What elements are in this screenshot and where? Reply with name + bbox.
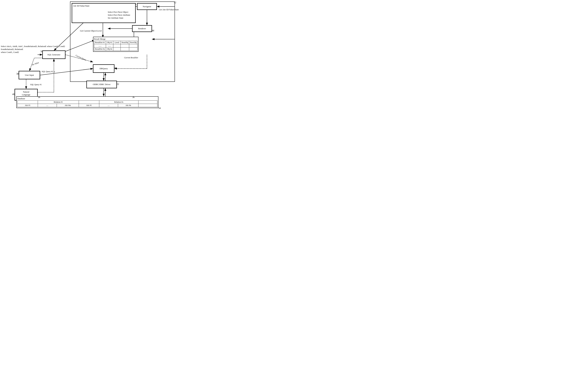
sql-generator-label: SQL Generator bbox=[47, 53, 60, 56]
resultsety-cell: ResultSet #y bbox=[94, 48, 106, 51]
odbc-jdbc-box: ODBC/JDBC Driver bbox=[86, 81, 117, 88]
attr1-right-cell: Attr #1 bbox=[79, 104, 99, 107]
dbquery-label: DBQuery bbox=[100, 67, 108, 70]
prevobj-cell: PrevObj bbox=[129, 41, 138, 44]
user-input-ref: 38 bbox=[16, 73, 19, 75]
user-input-box: User Input bbox=[19, 71, 40, 79]
current-query-label: Current Query bbox=[75, 54, 87, 61]
current-resultset-label: Current ResultSet bbox=[124, 56, 138, 59]
set-value-label: Set Value bbox=[31, 61, 39, 66]
database-table: Relation #1 Relation #x Attr #1 .... Att… bbox=[17, 100, 157, 107]
get-current-obj-label: Get Current Object/Level bbox=[80, 29, 102, 32]
attr-id-value-label: Attr ID/Value/State bbox=[73, 4, 89, 7]
database-ref-left: 36 bbox=[38, 96, 40, 99]
objz-cell: Obj #z bbox=[106, 48, 113, 51]
obj1-cell: Obj #1 bbox=[106, 41, 113, 44]
dots1-cell: ...... bbox=[94, 44, 106, 48]
navigator-box: Navigator bbox=[137, 3, 157, 10]
svg-line-13 bbox=[65, 40, 95, 52]
result-merge-label: Result Merge bbox=[94, 38, 138, 40]
select-prev-next-obj: Select Prev/Next Object bbox=[108, 11, 130, 13]
sql-query-1-label: SQL Query #1 bbox=[30, 83, 42, 86]
level-cell: Level bbox=[113, 41, 121, 44]
dots-left-cell: .... bbox=[38, 104, 57, 107]
odbc-jdbc-label: ODBC/JDBC Driver bbox=[93, 83, 111, 86]
sql-generator-ref: 56 bbox=[41, 50, 43, 53]
database-outer-ref: 34 bbox=[158, 107, 161, 110]
dbquery-box: DBQuery bbox=[93, 65, 114, 73]
nextobj-cell: NextObj bbox=[121, 41, 129, 44]
set-attribute-state: Set Attribute State bbox=[108, 16, 130, 19]
natural-language-ref: 40 bbox=[12, 93, 14, 96]
navigator-label: Navigator bbox=[143, 5, 151, 8]
select-prev-next-attr: Select Prev/Next Attribute bbox=[108, 13, 130, 16]
attrn-cell: Attr #n bbox=[118, 104, 139, 107]
select-labels: Select Prev/Next Object Select Prev/Next… bbox=[108, 11, 130, 20]
renderer-label: Renderer bbox=[138, 27, 146, 30]
attrm-cell: Attr #m bbox=[57, 104, 79, 107]
renderer-box: Renderer bbox=[132, 25, 152, 32]
user-input-label: User Input bbox=[25, 74, 34, 76]
dots2-cell: ...... bbox=[106, 44, 113, 48]
result-merge-table: ResultSet #1 Obj #1 Level NextObj PrevOb… bbox=[94, 41, 138, 51]
relationx-header: Relation #x bbox=[99, 101, 139, 104]
outer-box-ref: 42 bbox=[174, 1, 176, 4]
dots-right-cell: .... bbox=[99, 104, 118, 107]
get-attr-label: Get Attr ID/Value/State bbox=[159, 8, 179, 11]
database-ref-right: 36 bbox=[132, 96, 135, 99]
result-merge-area: Result Merge ResultSet #1 Obj #1 Level N… bbox=[93, 37, 139, 52]
resultset1-cell: ResultSet #1 bbox=[94, 41, 106, 44]
database-outer-box: Database Relation #1 Relation #x Attr #1… bbox=[16, 96, 158, 108]
renderer-ref: 44 bbox=[152, 29, 154, 32]
attr1-left-cell: Attr #1 bbox=[17, 104, 38, 107]
relation1-header: Relation #1 bbox=[38, 101, 79, 104]
diagram: Navigator 46 Attr ID/Value/State Rendere… bbox=[0, 0, 180, 127]
sql-generator-box: SQL Generator bbox=[42, 51, 65, 59]
sql-query-2y-label: SQL Query #2..y bbox=[42, 70, 55, 73]
dbquery-ref: 30 bbox=[114, 67, 117, 69]
odbc-jdbc-ref: 32 bbox=[117, 83, 119, 86]
